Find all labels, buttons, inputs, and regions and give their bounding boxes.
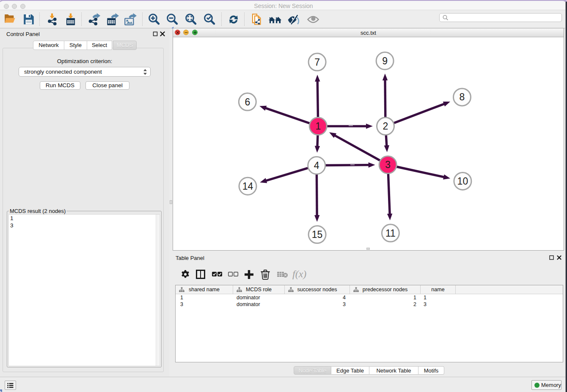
- svg-text:4: 4: [314, 160, 319, 171]
- svg-text:3: 3: [385, 159, 391, 170]
- svg-text:10: 10: [457, 176, 468, 187]
- svg-text:1: 1: [315, 121, 321, 132]
- svg-text:2: 2: [383, 121, 388, 132]
- svg-text:11: 11: [385, 228, 396, 239]
- svg-text:7: 7: [314, 57, 320, 68]
- svg-text:14: 14: [242, 181, 253, 192]
- svg-text:15: 15: [312, 229, 323, 240]
- svg-text:9: 9: [382, 55, 388, 66]
- svg-text:8: 8: [460, 91, 465, 102]
- svg-text:6: 6: [245, 97, 250, 108]
